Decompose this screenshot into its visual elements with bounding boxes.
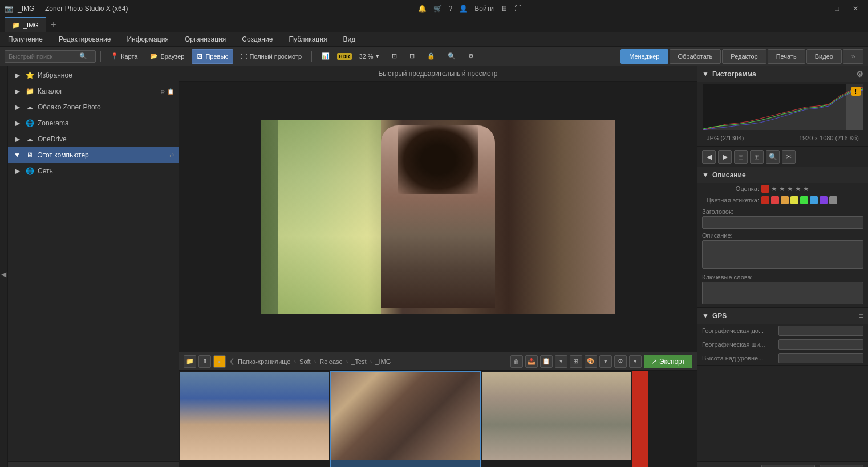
tab-img[interactable]: 📁 _IMG <box>5 17 46 32</box>
menu-item-organize[interactable]: Организация <box>181 34 229 44</box>
menu-item-create[interactable]: Создание <box>238 34 276 44</box>
cart-icon[interactable]: 🛒 <box>433 5 442 13</box>
search-box[interactable]: 🔍 <box>5 50 96 63</box>
search-input[interactable] <box>9 53 77 60</box>
keywords-textarea[interactable] <box>702 282 863 304</box>
description-textarea[interactable] <box>702 240 863 269</box>
notification-icon[interactable]: 🔔 <box>418 5 427 13</box>
breadcrumb-img[interactable]: _IMG <box>375 358 391 365</box>
minimize-button[interactable]: — <box>811 3 827 14</box>
color-dot-orange[interactable] <box>781 196 789 204</box>
breadcrumb-soft[interactable]: Soft <box>299 358 311 365</box>
sidebar-item-zonerama[interactable]: ▶ 🌐 Zonerama <box>8 115 179 131</box>
save-button[interactable]: Сохранить <box>761 465 815 468</box>
map-button[interactable]: 📍 Карта <box>106 49 143 64</box>
settings2-button[interactable]: ⚙ <box>614 355 627 368</box>
star-1[interactable]: ★ <box>771 185 777 193</box>
thumb-item-2[interactable]: ComputerDesktopWallpapersCollection1501_… <box>330 371 481 467</box>
color-dot-purple[interactable] <box>820 196 828 204</box>
nav-zoom-button[interactable]: 🔍 <box>766 150 780 164</box>
delete-button[interactable]: 🗑 <box>510 355 523 368</box>
fullview-button[interactable]: ⛶ Полный просмотр <box>236 49 307 64</box>
filmstrip-scrollbar[interactable] <box>640 371 648 467</box>
tab-manager[interactable]: Менеджер <box>620 49 668 64</box>
sidebar-item-network[interactable]: ▶ 🌐 Сеть <box>8 163 179 179</box>
menu-item-publish[interactable]: Публикация <box>285 34 330 44</box>
cancel-button[interactable]: Отмена <box>820 465 863 468</box>
sidebar-item-zoner-cloud[interactable]: ▶ ☁ Облако Zoner Photo <box>8 99 179 115</box>
description-header[interactable]: ▼ Описание <box>697 167 868 183</box>
breadcrumb-folder[interactable]: Папка-хранилище <box>238 358 290 365</box>
export-button[interactable]: ↗ Экспорт <box>644 355 692 368</box>
help-icon[interactable]: ? <box>449 5 453 13</box>
browser-button[interactable]: 📂 Браузер <box>145 49 189 64</box>
maximize-button[interactable]: □ <box>829 3 845 14</box>
preview-image-container[interactable] <box>179 82 697 352</box>
nav-crop-button[interactable]: ✂ <box>782 150 796 164</box>
title-input[interactable] <box>702 216 863 229</box>
folder-color-button[interactable]: ▪ <box>213 355 226 368</box>
more-button2[interactable]: ▾ <box>599 355 612 368</box>
copy-button[interactable]: 📋 <box>540 355 553 368</box>
view-toggle[interactable]: ⊞ <box>570 355 582 368</box>
login-button[interactable]: Войти <box>474 5 494 13</box>
gps-header[interactable]: ▼ GPS ≡ <box>697 308 868 324</box>
sidebar-item-thispc[interactable]: ▼ 🖥 Этот компьютер ⇄ <box>8 147 179 163</box>
histogram-header[interactable]: ▼ Гистограмма ⚙ <box>697 66 868 82</box>
search2-button[interactable]: 🔍 <box>443 49 461 64</box>
geo-lon-value[interactable] <box>778 339 863 350</box>
exposure-button[interactable]: 📊 <box>317 49 335 64</box>
preview-button[interactable]: 🖼 Превью <box>192 49 233 64</box>
menu-item-edit[interactable]: Редактирование <box>55 34 114 44</box>
sidebar-item-favorites[interactable]: ▶ ⭐ Избранное <box>8 67 179 83</box>
user-icon[interactable]: 👤 <box>459 5 468 13</box>
monitor-icon[interactable]: 🖥 <box>501 5 508 13</box>
tab-video[interactable]: Видео <box>806 49 842 64</box>
altitude-value[interactable] <box>778 353 863 363</box>
zoom-dropdown[interactable]: 32 % ▾ <box>354 49 384 64</box>
color-dot-red[interactable] <box>771 196 779 204</box>
thumb-item-4[interactable] <box>632 371 640 467</box>
menu-item-info[interactable]: Информация <box>123 34 172 44</box>
thumb-item-1[interactable]: ComputerDesktopWallpapersCollection1501_… <box>179 371 330 467</box>
fullscreen-icon[interactable]: ⛶ <box>514 5 521 13</box>
tab-more[interactable]: » <box>843 49 863 64</box>
color-dot-blue[interactable] <box>810 196 818 204</box>
new-tab-button[interactable]: + <box>47 18 60 31</box>
color-icon[interactable] <box>761 196 769 204</box>
breadcrumb-test[interactable]: _Test <box>351 358 366 365</box>
nav-next-button[interactable]: ▶ <box>718 150 732 164</box>
nav-compare1-button[interactable]: ⊟ <box>734 150 748 164</box>
search-icon[interactable]: 🔍 <box>79 52 87 60</box>
fit-button[interactable]: ⊡ <box>387 49 402 64</box>
left-panel-toggle[interactable]: ◀ <box>0 66 8 467</box>
nav-compare2-button[interactable]: ⊞ <box>750 150 764 164</box>
breadcrumb-release[interactable]: Release <box>319 358 342 365</box>
color-dot-gray[interactable] <box>829 196 837 204</box>
nav-prev-button[interactable]: ◀ <box>702 150 716 164</box>
geo-lat-value[interactable] <box>778 326 863 336</box>
grid-button[interactable]: ⊞ <box>404 49 420 64</box>
new-folder-button[interactable]: 📁 <box>184 355 196 368</box>
histogram-settings-icon[interactable]: ⚙ <box>856 70 863 79</box>
import-button[interactable]: Импорт <box>8 461 179 467</box>
star-3[interactable]: ★ <box>787 185 793 193</box>
sidebar-item-onedrive[interactable]: ▶ ☁ OneDrive <box>8 131 179 147</box>
lock-button[interactable]: 🔒 <box>422 49 440 64</box>
close-button[interactable]: ✕ <box>847 3 863 14</box>
settings-button[interactable]: ⚙ <box>463 49 479 64</box>
tab-editor[interactable]: Редактор <box>722 49 766 64</box>
tab-process[interactable]: Обработать <box>670 49 721 64</box>
filter-button[interactable]: 🎨 <box>585 355 597 368</box>
color-dot-green[interactable] <box>800 196 808 204</box>
sidebar-item-catalog[interactable]: ▶ 📁 Каталог ⚙ 📋 <box>8 83 179 99</box>
star-4[interactable]: ★ <box>795 185 801 193</box>
more-button3[interactable]: ▾ <box>629 355 642 368</box>
menu-item-receive[interactable]: Получение <box>5 34 46 44</box>
more-button1[interactable]: ▾ <box>555 355 567 368</box>
color-dot-yellow[interactable] <box>790 196 798 204</box>
rating-icon[interactable] <box>761 185 769 193</box>
thumb-item-3[interactable]: ComputerDesktopWallpapersCollection1501_… <box>481 371 632 467</box>
tab-print[interactable]: Печать <box>768 49 805 64</box>
star-5[interactable]: ★ <box>803 185 809 193</box>
